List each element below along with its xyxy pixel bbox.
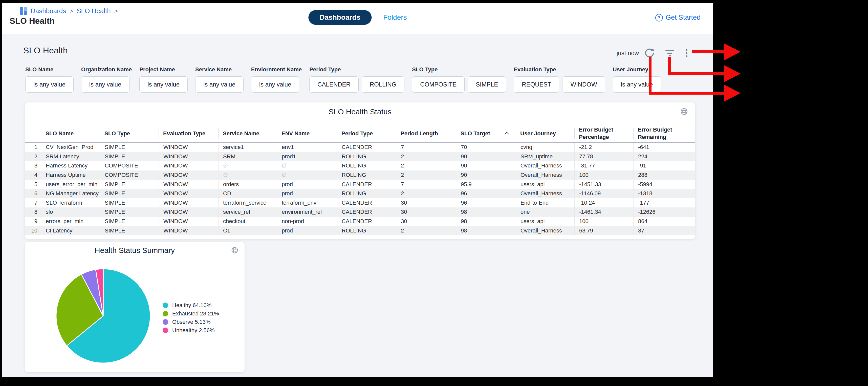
breadcrumb-link-dashboards[interactable]: Dashboards xyxy=(31,7,66,15)
filter-option-button[interactable]: is any value xyxy=(195,77,244,93)
table-row[interactable]: 8sloSIMPLEWINDOWservice_refenvironment_r… xyxy=(25,207,695,217)
row-number-cell: 1 xyxy=(25,143,41,152)
legend-dot xyxy=(163,319,168,325)
table-cell: 70 xyxy=(456,143,516,152)
table-cell: SIMPLE xyxy=(100,180,159,189)
filter-option-button[interactable]: is any value xyxy=(613,77,661,93)
table-cell: 98 xyxy=(456,207,516,217)
table-cell: 2 xyxy=(396,226,456,235)
table-row[interactable]: 7SLO TerraformSIMPLEWINDOWterraform_serv… xyxy=(25,198,695,208)
table-row[interactable]: 2SRM LatencySIMPLEWINDOWSRMprod1ROLLING2… xyxy=(25,152,695,161)
table-cell: ∅ xyxy=(218,171,277,180)
filter-option-button[interactable]: WINDOW xyxy=(562,77,605,93)
table-row[interactable]: 1CV_NextGen_ProdSIMPLEWINDOWservice1env1… xyxy=(25,143,695,152)
legend-item-exhausted[interactable]: Exhausted 28.21% xyxy=(163,310,219,317)
table-cell: -31.77 xyxy=(575,161,633,171)
table-cell: SRM_uptime xyxy=(516,152,575,161)
legend-item-observe[interactable]: Observe 5.13% xyxy=(163,319,219,325)
table-cell: SIMPLE xyxy=(100,217,159,226)
dashboard-title: SLO Health xyxy=(23,46,68,55)
table-cell: Harness Latency xyxy=(41,161,100,171)
table-cell: SIMPLE xyxy=(100,143,159,152)
table-row[interactable]: 9errors_per_minSIMPLEWINDOWcheckoutnon-p… xyxy=(25,217,695,226)
legend-item-unhealthy[interactable]: Unhealthy 2.56% xyxy=(163,327,219,334)
column-header-evaluation-type[interactable]: Evaluation Type xyxy=(159,124,218,142)
table-cell: CALENDER xyxy=(337,207,396,217)
table-cell: CALENDER xyxy=(337,217,396,226)
table-title: SLO Health Status xyxy=(25,108,695,116)
get-started-label: Get Started xyxy=(666,14,701,22)
table-row[interactable]: 5users_error_per_minSIMPLEWINDOWorderspr… xyxy=(25,180,695,189)
globe-icon[interactable] xyxy=(680,108,688,116)
filter-option-button[interactable]: REQUEST xyxy=(514,77,559,93)
table-cell: prod1 xyxy=(277,152,337,161)
legend-item-healthy[interactable]: Healthy 64.10% xyxy=(163,302,219,308)
table-cell: 2 xyxy=(396,152,456,161)
column-header-error-budget-percentage[interactable]: Error Budget Percentage xyxy=(575,124,633,142)
row-number-cell: 9 xyxy=(25,217,41,226)
get-started-link[interactable]: ? Get Started xyxy=(655,14,701,22)
filter-option-button[interactable]: SIMPLE xyxy=(468,77,506,93)
filter-option-button[interactable]: is any value xyxy=(140,77,188,93)
breadcrumb-separator: > xyxy=(114,8,118,15)
table-cell: -1461.34 xyxy=(575,207,633,217)
column-header-user-journey[interactable]: User Journey xyxy=(516,124,575,142)
table-cell: WINDOW xyxy=(159,198,218,208)
table-row[interactable]: 4Harness UptimeCOMPOSITEWINDOW∅∅ROLLING2… xyxy=(25,171,695,180)
header-tabs: Dashboards Folders xyxy=(308,10,407,25)
filter-option-button[interactable]: ROLLING xyxy=(362,77,404,93)
filter-option-button[interactable]: is any value xyxy=(81,77,129,93)
kebab-menu-icon[interactable] xyxy=(684,48,689,59)
filter-group-evaluation-type: Evaluation TypeREQUESTWINDOW xyxy=(514,66,605,93)
column-header-slo-name[interactable]: SLO Name xyxy=(41,124,100,142)
column-header-period-length[interactable]: Period Length xyxy=(396,124,456,142)
breadcrumb-separator: > xyxy=(69,8,73,15)
table-cell: non-prod xyxy=(277,217,337,226)
table-cell: -1146.09 xyxy=(575,189,633,198)
table-cell: SIMPLE xyxy=(100,198,159,208)
column-header-slo-target[interactable]: SLO Target xyxy=(456,124,516,142)
legend-label: Exhausted 28.21% xyxy=(172,310,219,317)
table-cell: users_api xyxy=(516,217,575,226)
table-cell: 224 xyxy=(633,152,695,161)
filter-option-button[interactable]: CALENDER xyxy=(309,77,359,93)
row-number-cell: 2 xyxy=(25,152,41,161)
table-cell: prod xyxy=(277,226,337,235)
column-header-error-budget-remaining[interactable]: Error Budget Remaining xyxy=(633,124,695,142)
column-header-env-name[interactable]: ENV Name xyxy=(277,124,337,142)
table-cell: COMPOSITE xyxy=(100,171,159,180)
table-cell: -641 xyxy=(633,143,695,152)
column-header-period-type[interactable]: Period Type xyxy=(337,124,396,142)
table-cell: WINDOW xyxy=(159,143,218,152)
slo-table: SLO NameSLO TypeEvaluation TypeService N… xyxy=(25,124,695,235)
table-row[interactable]: 10CI LatencySIMPLEWINDOWC1prodROLLING298… xyxy=(25,226,695,235)
legend-label: Healthy 64.10% xyxy=(172,302,211,308)
table-cell: ROLLING xyxy=(337,152,396,161)
filter-option-button[interactable]: COMPOSITE xyxy=(412,77,465,93)
filter-option-button[interactable]: is any value xyxy=(251,77,300,93)
tab-dashboards[interactable]: Dashboards xyxy=(308,10,372,25)
globe-icon[interactable] xyxy=(231,246,239,254)
column-header-slo-type[interactable]: SLO Type xyxy=(100,124,159,142)
filter-group-project-name: Project Nameis any value xyxy=(140,66,188,93)
table-cell: -177 xyxy=(633,198,695,208)
table-cell: prod xyxy=(277,189,337,198)
table-cell: 100 xyxy=(575,217,633,226)
table-cell: checkout xyxy=(218,217,277,226)
table-cell: 96 xyxy=(456,198,516,208)
filter-option-button[interactable]: is any value xyxy=(25,77,73,93)
table-cell: SIMPLE xyxy=(100,189,159,198)
tab-folders[interactable]: Folders xyxy=(383,13,407,22)
table-row[interactable]: 6NG Manager LatencySIMPLEWINDOWCDprodROL… xyxy=(25,189,695,198)
table-scrollbar[interactable] xyxy=(693,128,695,139)
health-status-pie-chart[interactable] xyxy=(53,265,154,366)
table-cell: service_ref xyxy=(218,207,277,217)
table-row[interactable]: 3Harness LatencyCOMPOSITEWINDOW∅∅ROLLING… xyxy=(25,161,695,171)
table-cell: SRM xyxy=(218,152,277,161)
breadcrumb-link-slo-health[interactable]: SLO Health xyxy=(76,7,111,15)
table-cell: errors_per_min xyxy=(41,217,100,226)
table-header-row: SLO NameSLO TypeEvaluation TypeService N… xyxy=(25,124,695,143)
table-cell: 7 xyxy=(396,143,456,152)
legend-label: Unhealthy 2.56% xyxy=(172,327,215,334)
column-header-service-name[interactable]: Service Name xyxy=(218,124,277,142)
